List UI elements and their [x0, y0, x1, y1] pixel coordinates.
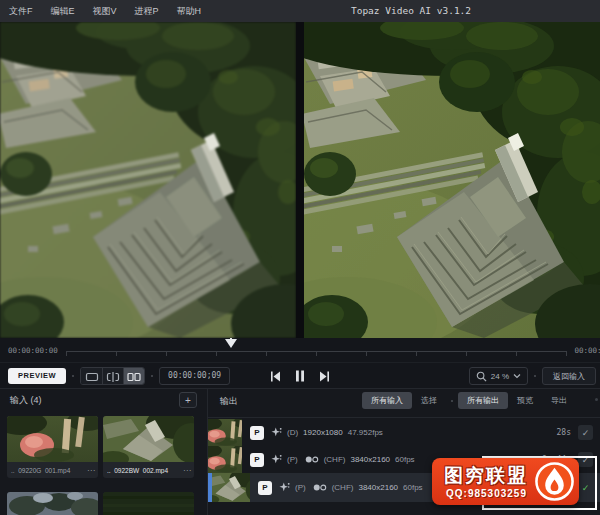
separator-dot [451, 400, 453, 402]
output-fps: 60fps [395, 455, 415, 464]
preview-pane-enhanced[interactable] [304, 22, 600, 338]
flame-logo-icon [534, 461, 575, 502]
timeline[interactable]: 00:00:00:00 00:00:0 [0, 338, 600, 362]
input-panel-title: 输入 (4) [10, 394, 42, 407]
video-preview-area[interactable] [0, 22, 600, 338]
interp-model-code: (CHF) [332, 483, 354, 492]
enhance-icon [271, 427, 282, 438]
output-thumbnail [208, 446, 242, 473]
enhance-icon [271, 454, 282, 465]
separator-dot [72, 375, 74, 377]
playhead-marker[interactable] [225, 339, 237, 348]
tab-exports[interactable]: 导出 [542, 392, 576, 409]
model-code: (D) [287, 428, 298, 437]
clip-more-icon[interactable]: ⋯ [183, 466, 190, 475]
playback-controls [270, 363, 330, 389]
watermark-badge: 图穷联盟 QQ:985303259 [432, 458, 579, 505]
step-forward-button[interactable] [319, 371, 330, 382]
output-fps: 60fps [403, 483, 423, 492]
add-input-button[interactable]: + [179, 392, 197, 408]
input-clip-card-selected[interactable]: .._0922BW_002.mp4 ⋯ [103, 416, 194, 478]
preview-button[interactable]: PREVIEW [8, 368, 66, 384]
clip-thumbnail [7, 492, 98, 515]
menu-help[interactable]: 帮助H [168, 0, 211, 22]
output-resolution: 3840x2160 [350, 455, 390, 464]
menu-bar: 文件F 编辑E 视图V 进程P 帮助H Topaz Video AI v3.1.… [0, 0, 600, 22]
view-mode-group [80, 367, 145, 385]
input-panel: 输入 (4) + .._09220G_001.mp4 ⋯ .._0922BW_0… [0, 389, 207, 515]
clip-filename: .._0922BW_002.mp4 [107, 467, 181, 474]
clip-thumbnail [103, 492, 194, 515]
split-view-icon [106, 371, 120, 383]
output-panel-title: 输出 [220, 395, 238, 408]
app-window: 文件F 编辑E 视图V 进程P 帮助H Topaz Video AI v3.1.… [0, 0, 600, 515]
output-duration: 28s [557, 428, 571, 437]
proteus-badge: P [258, 481, 272, 495]
slowmo-icon [305, 455, 319, 464]
separator-dot [534, 375, 536, 377]
pause-icon [295, 370, 305, 382]
output-fps: 47.952fps [348, 428, 383, 437]
separator-dot [151, 375, 153, 377]
single-view-icon [85, 371, 99, 383]
view-split-button[interactable] [102, 368, 123, 385]
tab-all-outputs[interactable]: 所有输出 [458, 392, 508, 409]
output-check[interactable]: ✓ [578, 425, 593, 440]
timeline-end-timecode: 00:00:0 [574, 346, 600, 355]
clip-thumbnail [103, 416, 194, 462]
output-resolution: 3840x2160 [358, 483, 398, 492]
step-back-icon [270, 371, 281, 382]
step-back-button[interactable] [270, 371, 281, 382]
model-code: (P) [295, 483, 306, 492]
tab-selected[interactable]: 选择 [412, 392, 446, 409]
transport-toolbar: PREVIEW 00:00:00;09 [0, 362, 600, 388]
zoom-level-value: 24 % [491, 372, 509, 381]
input-clip-card[interactable] [103, 492, 194, 515]
interp-model-code: (CHF) [324, 455, 346, 464]
preview-pane-original[interactable] [0, 22, 296, 338]
timeline-ruler[interactable] [66, 338, 567, 362]
menu-view[interactable]: 视图V [84, 0, 126, 22]
output-row[interactable]: P (D) 1920x1080 47.952fps 28s ✓ [208, 419, 600, 446]
menu-file[interactable]: 文件F [0, 0, 42, 22]
input-clip-card[interactable] [7, 492, 98, 515]
model-code: (P) [287, 455, 298, 464]
right-controls: 24 % 返回输入 [469, 363, 596, 389]
chevron-down-icon [513, 373, 521, 379]
app-title: Topaz Video AI v3.1.2 [351, 0, 471, 22]
output-thumbnail [208, 419, 242, 446]
zoom-control[interactable]: 24 % [469, 367, 528, 385]
output-filter-tabs: 所有输入 选择 所有输出 预览 导出 [362, 392, 576, 409]
slowmo-icon [313, 483, 327, 492]
step-forward-icon [319, 371, 330, 382]
tab-all-inputs[interactable]: 所有输入 [362, 392, 412, 409]
watermark-qq: QQ:985303259 [446, 488, 527, 499]
proteus-badge: P [250, 453, 264, 467]
enhance-icon [279, 482, 290, 493]
view-single-button[interactable] [81, 368, 102, 385]
menu-process[interactable]: 进程P [126, 0, 168, 22]
output-thumbnail [212, 473, 250, 502]
back-to-input-button[interactable]: 返回输入 [542, 367, 596, 385]
watermark-title: 图穷联盟 [444, 463, 528, 489]
clip-more-icon[interactable]: ⋯ [87, 466, 94, 475]
clip-thumbnail [7, 416, 98, 462]
separator-dot [595, 398, 598, 401]
menu-edit[interactable]: 编辑E [42, 0, 84, 22]
pause-button[interactable] [295, 370, 305, 382]
side-by-side-icon [127, 371, 141, 383]
timeline-start-timecode: 00:00:00:00 [8, 346, 58, 355]
proteus-badge: P [250, 426, 264, 440]
clip-filename: .._09220G_001.mp4 [11, 467, 85, 474]
input-clip-card[interactable]: .._09220G_001.mp4 ⋯ [7, 416, 98, 478]
current-timecode-field[interactable]: 00:00:00;09 [159, 367, 230, 385]
output-resolution: 1920x1080 [303, 428, 343, 437]
view-side-by-side-button[interactable] [123, 368, 144, 385]
tab-previews[interactable]: 预览 [508, 392, 542, 409]
magnifier-icon [476, 371, 487, 382]
output-separator [208, 417, 600, 418]
